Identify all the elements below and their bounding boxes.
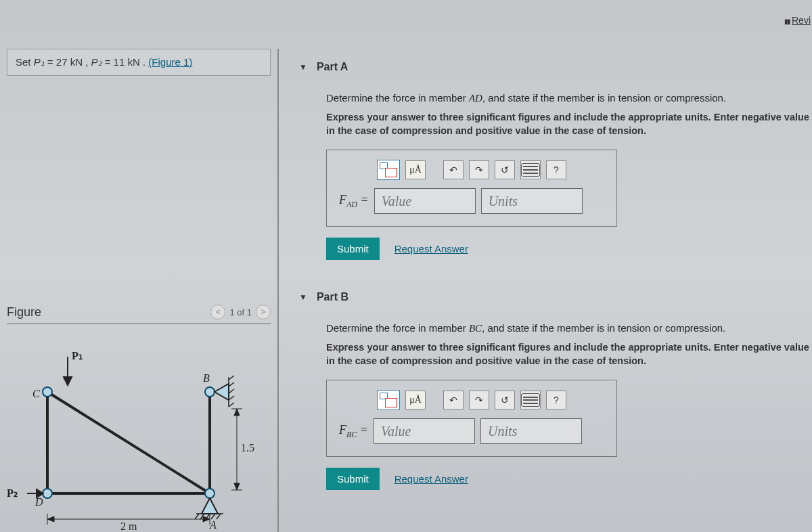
svg-line-16 [229, 382, 234, 386]
text: Set [16, 56, 34, 68]
text: = 27 kN , [45, 56, 91, 68]
text: = 11 kN . [102, 56, 149, 68]
instruction-text: Express your answer to three significant… [326, 341, 812, 368]
svg-line-9 [195, 514, 199, 519]
label-d: D [35, 496, 43, 508]
part-title: Part B [317, 291, 348, 303]
label-p2: P₂ [7, 487, 18, 499]
figure-title: Figure [7, 305, 41, 319]
value-input[interactable] [374, 418, 475, 444]
svg-line-3 [47, 392, 210, 493]
undo-button[interactable]: ↶ [443, 160, 464, 179]
request-answer-link[interactable]: Request Answer [394, 243, 468, 254]
units-picker-button[interactable]: μÅ [405, 391, 426, 409]
answer-box: μÅ ↶ ↷ ↺ ? FAD = [326, 150, 617, 227]
label-p1: P₁ [72, 350, 83, 361]
variable-label: FBC = [339, 423, 368, 440]
var-p2: P₂ [91, 56, 102, 68]
label-width: 2 m [120, 520, 137, 532]
svg-line-19 [229, 403, 234, 407]
variable-label: FAD = [339, 193, 369, 210]
pager-label: 1 of 1 [229, 307, 252, 317]
reset-button[interactable]: ↺ [495, 160, 515, 179]
var-p1: P₁ [34, 56, 45, 68]
label-a: A [209, 519, 217, 531]
figure-header: Figure < 1 of 1 > [7, 305, 271, 324]
units-input[interactable] [480, 418, 582, 444]
figure-link[interactable]: (Figure 1) [148, 56, 192, 68]
label-b: B [203, 372, 210, 384]
truss-figure: P₁ P₂ C B D A 2 m 1.5 m [7, 345, 257, 532]
help-button[interactable]: ? [546, 160, 566, 179]
undo-button[interactable]: ↶ [443, 391, 464, 409]
problem-statement: Set P₁ = 27 kN , P₂ = 11 kN . (Figure 1) [7, 49, 271, 76]
part-b-section: ▼ Part B Determine the force in member B… [299, 279, 812, 490]
keyboard-button[interactable] [520, 160, 541, 179]
svg-point-4 [43, 387, 52, 397]
part-title: Part A [317, 61, 348, 73]
svg-line-17 [229, 389, 234, 393]
label-height: 1.5 m [241, 442, 257, 453]
collapse-icon[interactable]: ▼ [299, 292, 307, 302]
pager-next-button[interactable]: > [256, 305, 271, 319]
part-a-section: ▼ Part A Determine the force in member A… [299, 49, 812, 260]
svg-line-18 [229, 396, 234, 400]
redo-button[interactable]: ↷ [469, 391, 489, 409]
keyboard-icon [521, 393, 540, 407]
svg-line-13 [217, 514, 221, 519]
request-answer-link[interactable]: Request Answer [394, 473, 468, 485]
templates-button[interactable] [377, 390, 400, 410]
answer-box: μÅ ↶ ↷ ↺ ? FBC = [326, 380, 617, 457]
units-input[interactable] [481, 188, 583, 214]
figure-pager: < 1 of 1 > [210, 305, 271, 319]
submit-button[interactable]: Submit [326, 468, 380, 490]
value-input[interactable] [374, 188, 476, 214]
reset-button[interactable]: ↺ [495, 391, 515, 409]
instruction-text: Express your answer to three significant… [326, 111, 812, 137]
units-picker-button[interactable]: μÅ [405, 160, 426, 179]
submit-button[interactable]: Submit [326, 238, 380, 260]
templates-button[interactable] [377, 160, 400, 180]
question-text: Determine the force in member AD, and st… [326, 92, 812, 104]
redo-button[interactable]: ↷ [469, 160, 489, 179]
svg-line-12 [211, 514, 215, 519]
svg-point-5 [205, 387, 215, 397]
review-link[interactable]: Revi [784, 15, 811, 26]
question-text: Determine the force in member BC, and st… [326, 322, 812, 334]
label-c: C [32, 388, 40, 399]
help-button[interactable]: ? [546, 391, 566, 409]
keyboard-button[interactable] [520, 391, 541, 409]
pager-prev-button[interactable]: < [210, 305, 225, 319]
collapse-icon[interactable]: ▼ [299, 62, 307, 72]
svg-line-15 [229, 376, 234, 380]
keyboard-icon [521, 163, 540, 177]
